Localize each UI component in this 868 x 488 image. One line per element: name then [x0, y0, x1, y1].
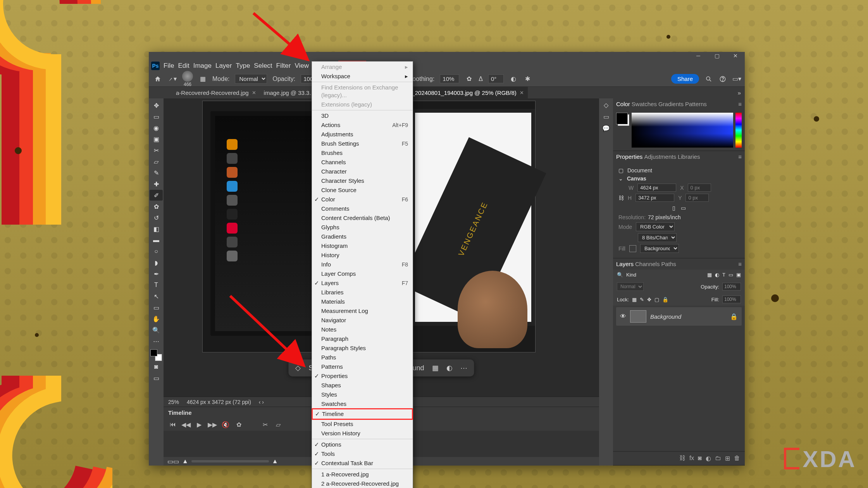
collapsed-icon[interactable]: ◇ — [602, 101, 610, 109]
timeline-mute-icon[interactable]: 🔇 — [222, 421, 229, 428]
bits-select[interactable]: 8 Bits/Channel — [638, 233, 677, 242]
lock-transparent-icon[interactable]: ▦ — [632, 297, 637, 302]
menu-item[interactable]: Notes — [312, 325, 413, 334]
home-icon[interactable] — [153, 74, 163, 84]
visibility-eye-icon[interactable]: 👁 — [620, 313, 626, 320]
menu-item[interactable]: Layer Comps — [312, 269, 413, 278]
slider-in-icon[interactable]: ▲ — [272, 458, 278, 465]
stamp-tool-icon[interactable]: ✿ — [150, 201, 163, 212]
canvas-height-input[interactable] — [636, 194, 674, 202]
brush-tool-icon[interactable]: ✐ — [150, 190, 163, 201]
smoothing-input[interactable] — [440, 74, 459, 83]
workspace-icon[interactable]: ▭▾ — [732, 75, 741, 83]
canvas-width-input[interactable] — [637, 184, 676, 192]
menu-file[interactable]: File — [164, 62, 174, 70]
adjustment-layer-icon[interactable]: ◐ — [706, 455, 711, 462]
menu-item[interactable]: Swatches — [312, 399, 413, 409]
close-button[interactable]: ✕ — [726, 52, 745, 60]
menu-item[interactable]: ✓ColorF6 — [312, 195, 413, 204]
canvas-y-input[interactable] — [685, 194, 709, 202]
mode-select[interactable]: RGB Color — [636, 222, 675, 231]
slider-out-icon[interactable]: ▲ — [182, 458, 188, 465]
tab-channels[interactable]: Channels — [635, 261, 660, 267]
shape-tool-icon[interactable]: ▭ — [150, 302, 163, 313]
brush-tool-icon[interactable]: ▾ — [168, 75, 177, 83]
zoom-tool-icon[interactable]: 🔍 — [150, 325, 163, 335]
crop-tool-icon[interactable]: ✂ — [150, 145, 163, 156]
minimize-button[interactable]: ─ — [689, 52, 708, 60]
menu-item[interactable]: Styles — [312, 390, 413, 399]
tab-overflow-icon[interactable]: » — [738, 89, 745, 96]
lock-paint-icon[interactable]: ✎ — [640, 297, 644, 302]
dodge-tool-icon[interactable]: ◗ — [150, 257, 163, 268]
link-icon[interactable]: ⛓ — [618, 195, 624, 201]
maximize-button[interactable]: ▢ — [708, 52, 726, 60]
frame-tool-icon[interactable]: ▱ — [150, 156, 163, 167]
menu-item[interactable]: InfoF8 — [312, 260, 413, 269]
menu-item[interactable]: Paths — [312, 353, 413, 362]
layer-name[interactable]: Background — [650, 313, 681, 320]
menu-item[interactable]: Histogram — [312, 241, 413, 251]
menu-item[interactable]: Shapes — [312, 381, 413, 390]
menu-item[interactable]: Paragraph — [312, 334, 413, 344]
fill-select[interactable]: Background Color — [640, 244, 679, 253]
tab-color[interactable]: Color — [616, 101, 630, 107]
new-layer-icon[interactable]: ⊞ — [725, 455, 730, 462]
menu-item[interactable]: History — [312, 251, 413, 260]
menu-item[interactable]: Comments — [312, 204, 413, 213]
pen-tool-icon[interactable]: ✒ — [150, 268, 163, 279]
share-button[interactable]: Share — [671, 74, 699, 84]
tab-adjustments[interactable]: Adjustments — [644, 153, 676, 160]
timeline-play-icon[interactable]: ▶ — [195, 421, 203, 428]
group-icon[interactable]: 🗀 — [715, 455, 721, 462]
zoom-slider[interactable] — [191, 460, 269, 462]
menu-item[interactable]: 2 a-Recovered-Recovered.jpg — [312, 479, 413, 488]
close-icon[interactable]: ✕ — [520, 90, 524, 96]
delete-layer-icon[interactable]: 🗑 — [734, 455, 740, 462]
ctx-transform-icon[interactable]: ▦ — [432, 364, 439, 372]
tab-layers[interactable]: Layers — [616, 261, 634, 267]
menu-item[interactable]: Content Credentials (Beta) — [312, 213, 413, 223]
timeline-next-icon[interactable]: ▶▶ — [208, 421, 216, 428]
menu-item[interactable]: Measurement Log — [312, 306, 413, 316]
search-icon[interactable] — [704, 75, 713, 83]
menu-item[interactable]: Libraries — [312, 288, 413, 297]
pressure-size-icon[interactable]: ◐ — [509, 75, 518, 83]
canvas-collapse-icon[interactable]: ⌄ — [618, 175, 623, 182]
doc-tab-active[interactable]: IMG_20240801_194003.jpg @ 25% (RGB/8)✕ — [397, 87, 528, 98]
menu-item[interactable]: Version History — [312, 429, 413, 438]
blur-tool-icon[interactable]: ○ — [150, 246, 163, 257]
filter-adj-icon[interactable]: ◐ — [715, 272, 719, 278]
menu-item[interactable]: ✓Options — [312, 440, 413, 449]
menu-item[interactable]: Gradients — [312, 232, 413, 241]
orientation-portrait-icon[interactable]: ▯ — [672, 205, 675, 211]
lock-move-icon[interactable]: ✥ — [647, 297, 651, 302]
tab-properties[interactable]: Properties — [616, 153, 642, 160]
menu-item[interactable]: Clone Source — [312, 186, 413, 195]
collapsed-icon[interactable]: 💬 — [602, 124, 610, 132]
type-tool-icon[interactable]: T — [150, 280, 163, 290]
zoom-level[interactable]: 25% — [168, 399, 179, 405]
timeline-gear-icon[interactable]: ✿ — [235, 421, 243, 428]
filter-text-icon[interactable]: T — [722, 272, 725, 278]
ctx-adjust-icon[interactable]: ◐ — [446, 364, 453, 372]
object-select-tool-icon[interactable]: ▣ — [150, 134, 163, 144]
lasso-tool-icon[interactable]: ◉ — [150, 122, 163, 133]
menu-item[interactable]: Character Styles — [312, 176, 413, 186]
menu-item[interactable]: 1 a-Recovered.jpg — [312, 470, 413, 479]
menu-item[interactable]: ✓Properties — [312, 371, 413, 381]
hue-slider[interactable] — [735, 113, 742, 148]
menu-item[interactable]: ✓Contextual Task Bar — [312, 459, 413, 468]
timeline-transition-icon[interactable]: ▱ — [274, 421, 282, 428]
tab-patterns[interactable]: Patterns — [685, 101, 707, 107]
filter-pixel-icon[interactable]: ▦ — [707, 272, 712, 278]
layer-opacity-input[interactable] — [722, 283, 741, 290]
menu-item[interactable]: Channels — [312, 158, 413, 167]
panel-menu-icon[interactable]: ≡ — [738, 261, 742, 267]
menu-item[interactable]: Patterns — [312, 362, 413, 371]
healing-tool-icon[interactable]: ✚ — [150, 179, 163, 189]
collapsed-icon[interactable]: ▭ — [602, 112, 610, 121]
menu-item[interactable]: Navigator — [312, 316, 413, 325]
menu-item[interactable]: ActionsAlt+F9 — [312, 120, 413, 130]
eraser-tool-icon[interactable]: ◧ — [150, 223, 163, 234]
